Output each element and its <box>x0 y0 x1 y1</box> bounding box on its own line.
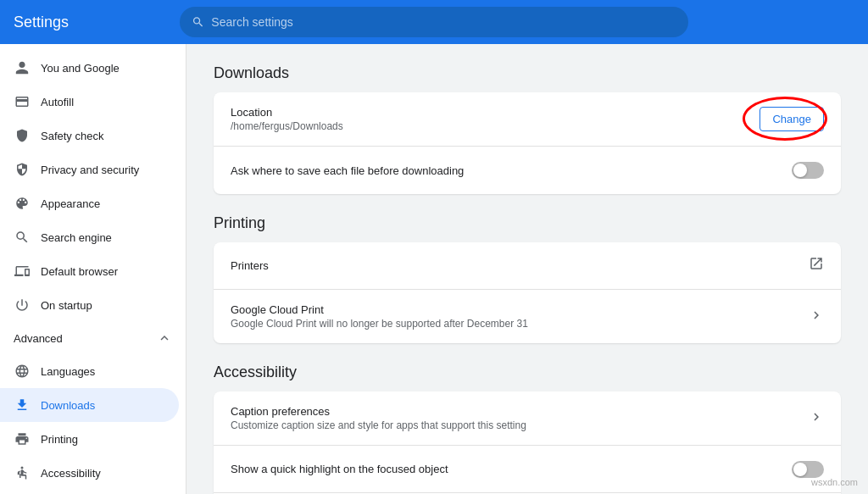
sidebar-item-downloads[interactable]: Downloads <box>0 388 179 422</box>
sidebar-item-search-engine[interactable]: Search engine <box>0 220 179 254</box>
external-link-icon <box>809 256 824 275</box>
sidebar-label-privacy-security: Privacy and security <box>41 164 139 176</box>
caption-row[interactable]: Caption preferences Customize caption si… <box>214 391 841 446</box>
caption-content: Caption preferences Customize caption si… <box>231 405 809 431</box>
chevron-up-icon <box>157 330 172 346</box>
downloads-card: Location /home/fergus/Downloads Change A… <box>214 92 841 194</box>
google-cloud-print-content: Google Cloud Print Google Cloud Print wi… <box>231 303 809 330</box>
appearance-icon <box>14 195 31 212</box>
main-content: Downloads Location /home/fergus/Download… <box>186 44 868 494</box>
sidebar-item-languages[interactable]: Languages <box>0 354 179 388</box>
app-body: You and Google Autofill Safety check Pri… <box>0 44 868 494</box>
sidebar-label-appearance: Appearance <box>41 197 100 210</box>
sidebar-label-languages: Languages <box>41 365 95 378</box>
caption-label: Caption preferences <box>231 405 809 418</box>
sidebar-label-autofill: Autofill <box>41 96 74 108</box>
ask-label: Ask where to save each file before downl… <box>231 164 792 177</box>
sidebar-label-default-browser: Default browser <box>41 265 118 278</box>
downloads-title: Downloads <box>214 64 841 82</box>
google-cloud-print-subtitle: Google Cloud Print will no longer be sup… <box>231 318 809 330</box>
app-header: Settings <box>0 0 868 44</box>
sidebar-label-search-engine: Search engine <box>41 231 112 244</box>
svg-point-0 <box>21 467 24 469</box>
sidebar-advanced-label: Advanced <box>14 332 63 345</box>
sidebar-item-default-browser[interactable]: Default browser <box>0 254 179 288</box>
caption-chevron-icon <box>809 409 824 428</box>
highlight-content: Show a quick highlight on the focused ob… <box>231 463 792 475</box>
location-row: Location /home/fergus/Downloads Change <box>214 92 841 147</box>
printing-title: Printing <box>214 214 841 232</box>
sidebar-item-safety-check[interactable]: Safety check <box>0 119 179 153</box>
search-input[interactable] <box>211 15 676 29</box>
sidebar-label-printing: Printing <box>41 433 78 446</box>
shield-icon <box>14 127 31 144</box>
caption-subtitle: Customize caption size and style for app… <box>231 419 809 431</box>
highlight-toggle[interactable] <box>792 461 824 478</box>
chevron-right-icon <box>809 308 824 326</box>
privacy-icon <box>14 161 31 178</box>
sidebar-label-on-startup: On startup <box>41 299 92 312</box>
printing-section: Printing Printers Google Cloud Print Goo… <box>214 214 841 343</box>
google-cloud-print-label: Google Cloud Print <box>231 303 809 316</box>
ask-row: Ask where to save each file before downl… <box>214 147 841 194</box>
sidebar-item-you-google[interactable]: You and Google <box>0 51 179 85</box>
browser-icon <box>14 263 31 280</box>
search-bar[interactable] <box>180 7 688 37</box>
search-icon <box>192 15 204 29</box>
change-btn-wrapper: Change <box>760 107 824 131</box>
print-icon <box>14 430 31 447</box>
location-value: /home/fergus/Downloads <box>231 120 760 132</box>
sidebar-item-autofill[interactable]: Autofill <box>0 85 179 119</box>
sidebar-item-system[interactable]: System <box>0 490 179 494</box>
power-icon <box>14 297 31 314</box>
location-label: Location <box>231 106 760 119</box>
printers-label: Printers <box>231 259 809 272</box>
accessibility-icon <box>14 464 31 481</box>
watermark: wsxdn.com <box>811 477 858 487</box>
ask-content: Ask where to save each file before downl… <box>231 164 792 177</box>
globe-icon <box>14 363 31 380</box>
highlight-row: Show a quick highlight on the focused ob… <box>214 446 841 493</box>
accessibility-section: Accessibility Caption preferences Custom… <box>214 364 841 494</box>
change-button[interactable]: Change <box>760 107 824 131</box>
sidebar: You and Google Autofill Safety check Pri… <box>0 44 186 494</box>
ask-toggle[interactable] <box>792 162 824 179</box>
downloads-section: Downloads Location /home/fergus/Download… <box>214 64 841 194</box>
search-icon-sidebar <box>14 229 31 246</box>
location-content: Location /home/fergus/Downloads <box>231 106 760 132</box>
sidebar-label-safety-check: Safety check <box>41 130 103 142</box>
sidebar-label-downloads: Downloads <box>41 399 95 412</box>
download-icon <box>14 397 31 414</box>
sidebar-item-on-startup[interactable]: On startup <box>0 288 179 322</box>
sidebar-label-accessibility: Accessibility <box>41 467 101 480</box>
person-icon <box>14 59 31 76</box>
app-title: Settings <box>14 14 166 31</box>
google-cloud-print-row[interactable]: Google Cloud Print Google Cloud Print wi… <box>214 290 841 343</box>
sidebar-label-you-google: You and Google <box>41 62 120 75</box>
accessibility-title: Accessibility <box>214 364 841 381</box>
sidebar-advanced-section[interactable]: Advanced <box>0 322 186 354</box>
accessibility-card: Caption preferences Customize caption si… <box>214 391 841 494</box>
sidebar-item-privacy-security[interactable]: Privacy and security <box>0 153 179 186</box>
printers-content: Printers <box>231 259 809 272</box>
sidebar-item-accessibility[interactable]: Accessibility <box>0 456 179 490</box>
sidebar-item-appearance[interactable]: Appearance <box>0 186 179 220</box>
highlight-label: Show a quick highlight on the focused ob… <box>231 463 792 475</box>
sidebar-item-printing[interactable]: Printing <box>0 422 179 456</box>
printers-row[interactable]: Printers <box>214 242 841 290</box>
autofill-icon <box>14 93 31 110</box>
printing-card: Printers Google Cloud Print Google Cloud… <box>214 242 841 343</box>
